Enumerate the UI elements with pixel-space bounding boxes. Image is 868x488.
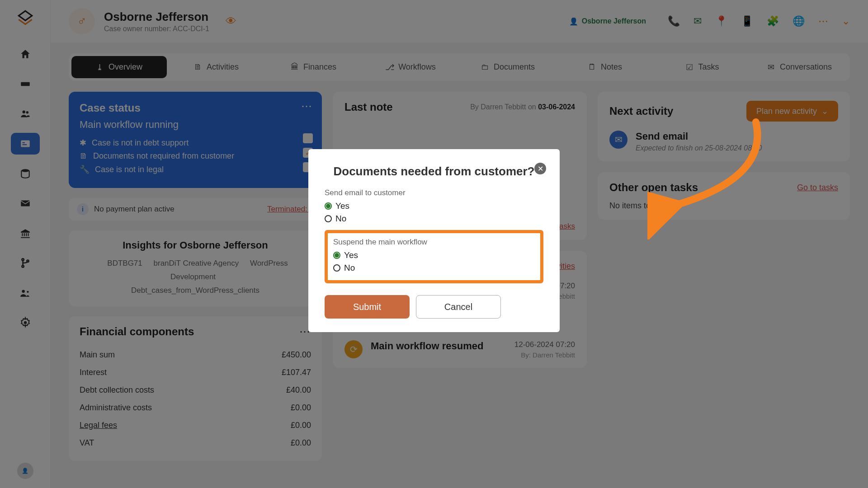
radio-send-email-yes[interactable]: Yes bbox=[325, 201, 543, 211]
question-send-email: Send email to customer bbox=[325, 188, 543, 197]
radio-icon bbox=[333, 252, 340, 259]
dialog-title: Documents needed from customer? bbox=[325, 164, 543, 178]
highlighted-suspend-section: Suspend the main workflow Yes No bbox=[325, 230, 543, 283]
radio-icon bbox=[325, 202, 332, 210]
radio-send-email-no[interactable]: No bbox=[325, 214, 543, 224]
question-suspend-workflow: Suspend the main workflow bbox=[333, 238, 535, 247]
close-icon[interactable]: ✕ bbox=[534, 163, 546, 174]
radio-icon bbox=[333, 264, 340, 272]
cancel-button[interactable]: Cancel bbox=[416, 295, 501, 319]
radio-icon bbox=[325, 215, 332, 222]
radio-suspend-no[interactable]: No bbox=[333, 263, 535, 273]
radio-suspend-yes[interactable]: Yes bbox=[333, 250, 535, 260]
documents-needed-dialog: ✕ Documents needed from customer? Send e… bbox=[308, 149, 560, 332]
submit-button[interactable]: Submit bbox=[325, 295, 410, 319]
annotation-arrow bbox=[647, 113, 769, 239]
modal-overlay: ✕ Documents needed from customer? Send e… bbox=[0, 0, 868, 488]
